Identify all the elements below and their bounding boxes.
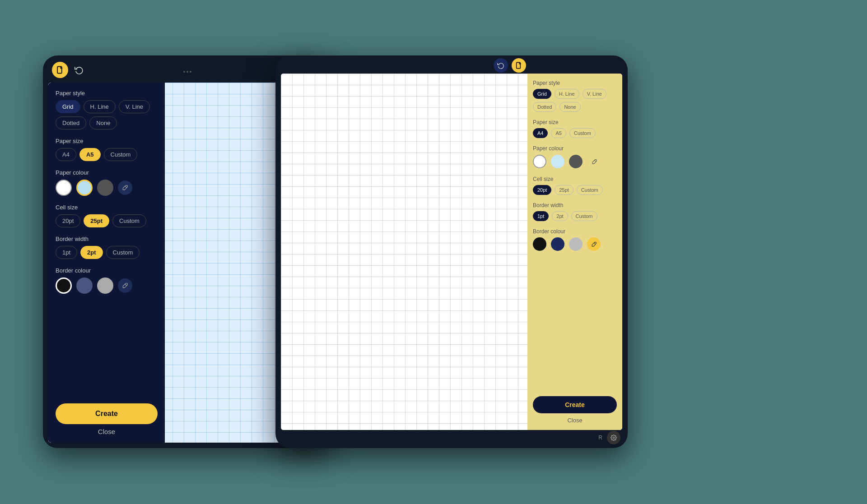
r-paper-style-vline[interactable]: V. Line [583, 89, 606, 99]
right-tablet: Paper style Grid H. Line V. Line Dotted … [275, 55, 628, 448]
history-icon-right[interactable] [494, 58, 508, 73]
r-border-width-label: Border width [533, 202, 617, 208]
r-border-colour-navy[interactable] [551, 237, 564, 251]
paper-style-none[interactable]: None [89, 116, 117, 129]
r-close-button[interactable]: Close [533, 413, 617, 424]
paper-colour-label: Paper colour [56, 169, 158, 176]
paper-colour-white[interactable] [56, 180, 72, 196]
r-paper-size-a5[interactable]: A5 [551, 128, 566, 138]
svg-line-1 [125, 186, 126, 188]
svg-line-5 [594, 243, 595, 244]
r-cell-size-custom[interactable]: Custom [577, 185, 603, 195]
paper-size-options: A4 A5 Custom [56, 148, 158, 161]
r-paper-style-options: Grid H. Line V. Line Dotted None [533, 89, 617, 112]
cell-size-label: Cell size [56, 204, 158, 211]
paper-style-options: Grid H. Line V. Line Dotted None [56, 100, 158, 129]
border-eyedropper-btn[interactable] [118, 278, 132, 293]
r-border-colour-row [533, 237, 617, 251]
r-paper-size-options: A4 A5 Custom [533, 128, 617, 138]
r-paper-colour-blue[interactable] [551, 155, 564, 168]
svg-point-6 [613, 437, 615, 439]
border-width-label: Border width [56, 236, 158, 242]
doc-icon-right[interactable] [512, 58, 526, 73]
paper-size-custom[interactable]: Custom [104, 148, 138, 161]
paper-style-vline[interactable]: V. Line [119, 100, 150, 113]
right-tablet-bottom-bar: R [275, 431, 628, 444]
r-cell-size-25pt[interactable]: 25pt [555, 185, 573, 195]
r-border-width-2pt[interactable]: 2pt [552, 211, 568, 221]
history-icon-button[interactable] [71, 62, 87, 78]
left-panel: Paper style Grid H. Line V. Line Dotted … [48, 83, 165, 443]
r-paper-size-custom[interactable]: Custom [569, 128, 596, 138]
border-width-1pt[interactable]: 1pt [56, 246, 77, 259]
right-tablet-screen: Paper style Grid H. Line V. Line Dotted … [281, 74, 622, 430]
paper-colour-row [56, 180, 158, 196]
r-paper-style-dotted[interactable]: Dotted [533, 102, 556, 112]
border-colour-gray[interactable] [97, 277, 113, 294]
r-paper-colour-label: Paper colour [533, 145, 617, 152]
right-tablet-top-icons [494, 58, 526, 73]
r-paper-style-none[interactable]: None [559, 102, 580, 112]
gear-button[interactable] [607, 431, 620, 444]
svg-line-2 [125, 284, 126, 286]
r-paper-style-label: Paper style [533, 80, 617, 86]
r-paper-style-hline[interactable]: H. Line [555, 89, 579, 99]
r-paper-style-grid[interactable]: Grid [533, 89, 551, 99]
r-border-width-options: 1pt 2pt Custom [533, 211, 617, 221]
paper-style-label: Paper style [56, 90, 158, 97]
r-create-button[interactable]: Create [533, 396, 617, 413]
r-paper-size-label: Paper size [533, 119, 617, 125]
paper-style-grid[interactable]: Grid [56, 100, 80, 113]
paper-size-label: Paper size [56, 138, 158, 144]
svg-line-4 [594, 160, 596, 162]
paper-colour-dark[interactable] [97, 180, 113, 196]
r-cell-size-options: 20pt 25pt Custom [533, 185, 617, 195]
r-border-width-custom[interactable]: Custom [571, 211, 597, 221]
r-cell-size-label: Cell size [533, 176, 617, 182]
r-cell-size-20pt[interactable]: 20pt [533, 185, 551, 195]
r-border-width-1pt[interactable]: 1pt [533, 211, 549, 221]
top-dots [183, 71, 191, 73]
r-border-eyedropper-btn[interactable] [587, 237, 601, 251]
r-paper-size-a4[interactable]: A4 [533, 128, 548, 138]
r-paper-colour-white[interactable] [533, 155, 546, 168]
border-colour-navy[interactable] [76, 277, 93, 294]
cell-size-custom[interactable]: Custom [112, 214, 146, 227]
doc-icon-button[interactable] [52, 62, 68, 78]
border-width-2pt[interactable]: 2pt [80, 246, 103, 259]
r-paper-colour-dark[interactable] [569, 155, 583, 168]
r-paper-colour-row [533, 154, 617, 169]
paper-colour-blue[interactable] [76, 180, 93, 196]
border-colour-row [56, 277, 158, 294]
eyedropper-btn[interactable] [118, 180, 132, 195]
border-colour-label: Border colour [56, 267, 158, 274]
create-button[interactable]: Create [56, 403, 158, 424]
r-eyedropper-btn[interactable] [587, 154, 601, 169]
r-border-colour-label: Border colour [533, 228, 617, 235]
close-button[interactable]: Close [56, 424, 158, 435]
cell-size-20pt[interactable]: 20pt [56, 214, 80, 227]
paper-size-a4[interactable]: A4 [56, 148, 76, 161]
cell-size-options: 20pt 25pt Custom [56, 214, 158, 227]
paper-style-dotted[interactable]: Dotted [56, 116, 86, 129]
right-panel: Paper style Grid H. Line V. Line Dotted … [527, 74, 622, 430]
border-colour-black[interactable] [56, 277, 72, 294]
border-width-options: 1pt 2pt Custom [56, 246, 158, 259]
r-border-colour-black[interactable] [533, 237, 546, 251]
border-width-custom[interactable]: Custom [106, 246, 140, 259]
paper-size-a5[interactable]: A5 [79, 148, 101, 161]
r-label-right: R [598, 435, 602, 441]
r-border-colour-gray[interactable] [569, 237, 583, 251]
cell-size-25pt[interactable]: 25pt [84, 214, 109, 227]
paper-style-hline[interactable]: H. Line [84, 100, 116, 113]
